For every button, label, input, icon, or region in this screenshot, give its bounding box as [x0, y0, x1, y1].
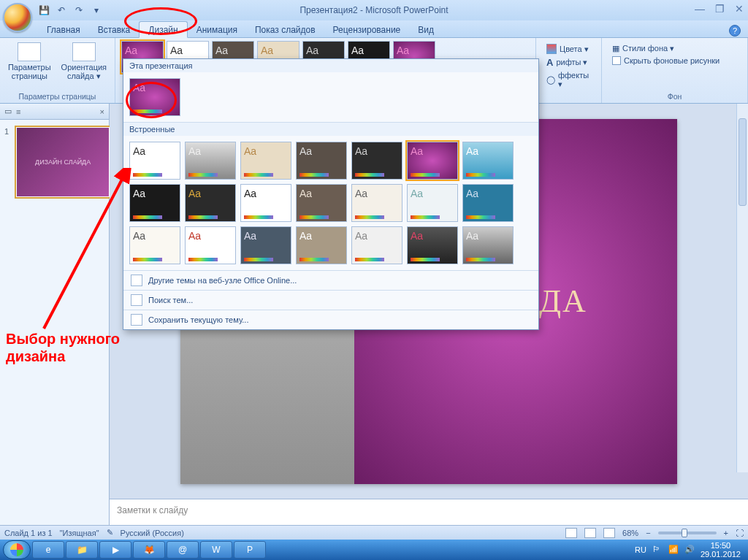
vertical-scrollbar[interactable] [736, 104, 748, 472]
qat-dropdown-icon[interactable]: ▾ [91, 4, 102, 16]
zoom-out-button[interactable]: − [646, 529, 650, 537]
bg-styles-icon: ▦ [612, 44, 619, 53]
fit-window-button[interactable]: ⛶ [736, 529, 744, 537]
task-firefox[interactable]: 🦊 [133, 541, 165, 559]
save-icon[interactable]: 💾 [38, 4, 50, 16]
theme-option[interactable]: Aa [185, 142, 236, 180]
redo-icon[interactable]: ↷ [73, 4, 85, 16]
orientation-icon [72, 42, 96, 61]
tab-рецензирование[interactable]: Рецензирование [324, 22, 410, 37]
minimize-button[interactable]: — [695, 3, 705, 15]
theme-name: "Изящная" [60, 529, 99, 537]
title-bar: 💾 ↶ ↷ ▾ Презентация2 - Microsoft PowerPo… [0, 0, 748, 20]
slides-tab-icon[interactable]: ▭ [4, 107, 12, 116]
theme-option[interactable]: Aa [351, 184, 402, 222]
theme-option[interactable]: Aa [240, 226, 291, 264]
group-label-bg: Фон [608, 91, 741, 101]
annotation-circle-theme [126, 82, 177, 118]
slide-counter: Слайд 1 из 1 [4, 529, 53, 537]
status-bar: Слайд 1 из 1 "Изящная" ✎ Русский (Россия… [0, 525, 748, 540]
undo-icon[interactable]: ↶ [56, 4, 67, 16]
effects-icon: ◯ [546, 75, 555, 85]
task-word[interactable]: W [200, 541, 232, 559]
theme-option[interactable]: Aa [296, 184, 347, 222]
themes-gallery-dropdown: Эта презентация Aa Встроенные AaAaAaAaAa… [123, 58, 539, 330]
theme-option[interactable]: Aa [351, 226, 402, 264]
panel-tabs[interactable]: ▭ ≡ × [0, 104, 109, 120]
fonts-button[interactable]: Aрифты ▾ [546, 57, 591, 68]
zoom-slider[interactable] [658, 532, 717, 534]
tray-lang[interactable]: RU [635, 545, 646, 554]
windows-taskbar: e 📁 ▶ 🦊 @ W P RU 🏳 📶 🔊 15:50 29.01.2012 [0, 540, 748, 560]
search-themes[interactable]: Поиск тем... [123, 290, 538, 310]
normal-view-button[interactable] [565, 528, 577, 538]
start-button[interactable] [3, 540, 31, 559]
maximize-button[interactable]: ❐ [715, 3, 725, 15]
task-ie[interactable]: e [32, 541, 64, 559]
theme-option[interactable]: Aa [185, 226, 236, 264]
more-themes-online[interactable]: Другие темы на веб-узле Office Online... [123, 270, 538, 290]
background-styles-button[interactable]: ▦Стили фона ▾ [612, 44, 737, 53]
slideshow-view-button[interactable] [603, 528, 615, 538]
svg-line-0 [44, 175, 124, 329]
office-button[interactable] [3, 3, 32, 32]
tray-clock[interactable]: 15:50 29.01.2012 [701, 541, 741, 559]
task-powerpoint[interactable]: P [234, 541, 266, 559]
theme-option[interactable]: Aa [185, 184, 236, 222]
annotation-text: Выбор нужного дизайна [6, 330, 120, 365]
tab-главная[interactable]: Главная [38, 22, 89, 37]
zoom-level[interactable]: 68% [622, 529, 638, 537]
task-explorer[interactable]: 📁 [66, 541, 98, 559]
zoom-handle[interactable] [682, 529, 687, 537]
close-button[interactable]: ✕ [735, 3, 744, 15]
tray-flag-icon[interactable]: 🏳 [652, 545, 663, 555]
theme-option[interactable]: Aa [407, 226, 458, 264]
ribbon-tabs: ГлавнаяВставкаДизайнАнимацияПоказ слайдо… [0, 20, 748, 38]
language-status[interactable]: Русский (Россия) [121, 529, 184, 537]
page-setup-button[interactable]: Параметры страницы [5, 41, 54, 82]
task-media[interactable]: ▶ [99, 541, 131, 559]
scrollbar-thumb[interactable] [739, 118, 747, 206]
task-mail[interactable]: @ [167, 541, 199, 559]
group-theme-variants: Цвета ▾ Aрифты ▾ ◯ффекты ▾ [536, 38, 602, 103]
gallery-grid-current: Aa [123, 72, 538, 122]
sorter-view-button[interactable] [584, 528, 596, 538]
system-tray: RU 🏳 📶 🔊 15:50 29.01.2012 [635, 541, 745, 559]
hide-background-checkbox[interactable]: Скрыть фоновые рисунки [612, 56, 737, 65]
annotation-arrow [22, 168, 139, 336]
colors-button[interactable]: Цвета ▾ [546, 44, 591, 54]
tab-вид[interactable]: Вид [409, 22, 443, 37]
theme-option[interactable]: Aa [240, 142, 291, 180]
tab-показ слайдов[interactable]: Показ слайдов [246, 22, 324, 37]
theme-option[interactable]: Aa [407, 184, 458, 222]
windows-logo-icon [10, 543, 23, 556]
theme-option[interactable]: Aa [462, 226, 514, 264]
effects-button[interactable]: ◯ффекты ▾ [546, 71, 591, 89]
slide-number-label: 1 [4, 127, 9, 136]
help-icon[interactable]: ? [729, 25, 741, 37]
theme-option[interactable]: Aa [296, 142, 347, 180]
theme-option[interactable]: Aa [296, 226, 347, 264]
colors-icon [546, 44, 557, 54]
annotation-circle-tab [124, 7, 197, 35]
outline-tab-icon[interactable]: ≡ [16, 107, 20, 116]
quick-access-toolbar: 💾 ↶ ↷ ▾ [38, 4, 102, 16]
window-title: Презентация2 - Microsoft PowerPoint [299, 5, 448, 15]
theme-option[interactable]: Aa [462, 184, 514, 222]
theme-option[interactable]: Aa [407, 142, 458, 180]
theme-option[interactable]: Aa [351, 142, 402, 180]
fonts-icon: A [546, 57, 553, 68]
save-current-theme[interactable]: Сохранить текущую тему... [123, 310, 538, 329]
notes-pane[interactable]: Заметки к слайду [110, 499, 748, 525]
tray-volume-icon[interactable]: 🔊 [684, 545, 695, 555]
theme-option[interactable]: Aa [462, 142, 514, 180]
tray-network-icon[interactable]: 📶 [668, 545, 679, 555]
gallery-grid-builtin: AaAaAaAaAaAaAaAaAaAaAaAaAaAaAaAaAaAaAaAa… [123, 136, 538, 270]
theme-option[interactable]: Aa [240, 184, 291, 222]
gallery-header-builtin: Встроенные [123, 122, 538, 136]
spellcheck-icon[interactable]: ✎ [107, 528, 113, 537]
slide-orientation-button[interactable]: Ориентация слайда ▾ [58, 41, 110, 82]
zoom-in-button[interactable]: + [724, 529, 728, 537]
gallery-header-this-presentation: Эта презентация [123, 59, 538, 72]
close-panel-icon[interactable]: × [100, 107, 104, 116]
